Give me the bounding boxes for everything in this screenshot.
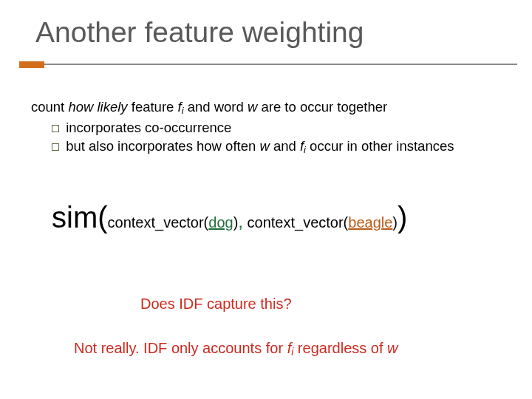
word-beagle: beagle [348,214,392,231]
w: w [259,138,269,154]
text: Not really. IDF only accounts for [74,340,287,356]
comma: , [238,211,243,231]
square-bullet-icon [52,143,59,151]
accent-grey-line [44,64,517,65]
paren-close-outer: ) [398,201,407,233]
square-bullet-icon [52,125,59,132]
sim-expression: sim(context_vector(dog), context_vector(… [52,201,517,234]
text: occur in other instances [306,138,454,154]
slide-title: Another feature weighting [35,16,364,49]
text: and [270,138,300,154]
word-dog: dog [208,214,233,231]
accent-orange-block [19,61,44,68]
w: w [248,99,257,115]
context-vector-label: context_vector( [248,214,349,231]
sim-func: sim( [52,201,108,233]
body-sub-1: incorporates co-occurrence [52,119,510,137]
context-vector-label: context_vector( [108,214,209,231]
paren-close: ) [392,214,398,231]
body-line-1: count how likely feature fi and word w a… [31,98,510,117]
text: regardless of [293,340,387,356]
text: but also incorporates how often [62,138,259,154]
text: count [31,99,68,115]
w: w [387,340,398,356]
slide: Another feature weighting count how like… [0,0,532,399]
text: are to occur together [257,99,387,115]
text: and word [184,99,248,115]
text: incorporates co-occurrence [62,120,231,135]
answer-text: Not really. IDF only accounts for fi reg… [74,340,398,358]
text-italic: how likely [68,99,127,115]
text: feature [128,99,178,115]
question-text: Does IDF capture this? [140,296,292,313]
accent-bar [0,60,532,69]
body-text: count how likely feature fi and word w a… [31,98,510,157]
body-sub-2: but also incorporates how often w and fi… [52,137,510,157]
